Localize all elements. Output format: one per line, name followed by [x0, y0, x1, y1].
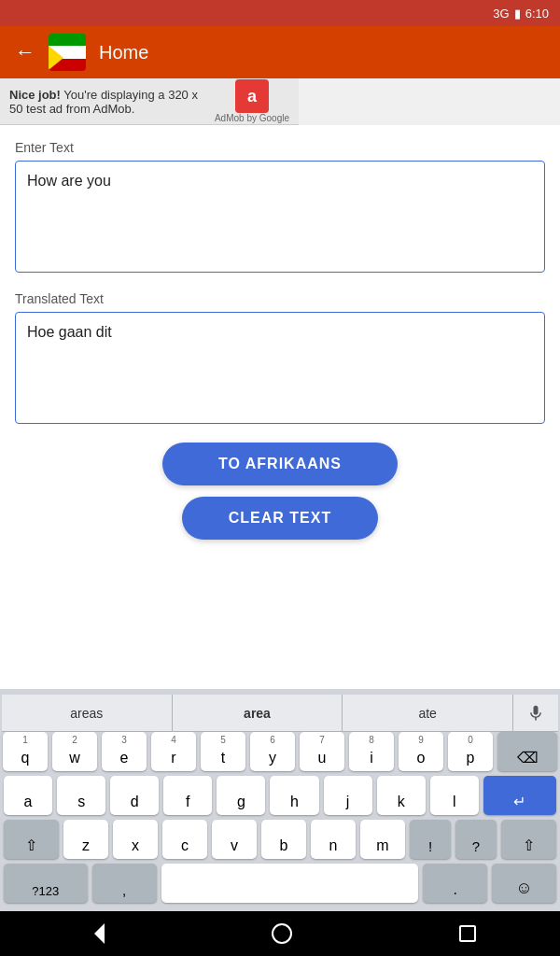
- ad-bold: Nice job!: [9, 88, 61, 102]
- key-e[interactable]: 3e: [102, 732, 147, 771]
- nav-bar: [0, 911, 560, 956]
- time-display: 6:10: [525, 7, 549, 21]
- keyboard-row-1: 1q 2w 3e 4r 5t 6y 7u 8i 9o 0p ⌫: [2, 732, 558, 771]
- key-q[interactable]: 1q: [3, 732, 48, 771]
- ad-logo: a: [235, 79, 269, 113]
- key-o[interactable]: 9o: [399, 732, 443, 771]
- suggest-areas[interactable]: areas: [2, 695, 173, 731]
- keyboard: areas area ate 1q 2w 3e 4r 5t 6y 7u 8i 9…: [0, 689, 560, 911]
- key-p[interactable]: 0p: [448, 732, 493, 771]
- key-m[interactable]: m: [360, 820, 405, 859]
- key-period[interactable]: .: [423, 864, 487, 903]
- translated-text-field[interactable]: [15, 312, 545, 424]
- key-l[interactable]: l: [430, 776, 479, 815]
- main-content: Enter Text Translated Text TO AFRIKAANS …: [0, 125, 560, 689]
- keyboard-row-2: a s d f g h j k l ↵: [2, 776, 558, 815]
- key-exclaim[interactable]: !: [410, 820, 451, 859]
- translate-button[interactable]: TO AFRIKAANS: [162, 443, 398, 485]
- ad-banner: Nice job! You're displaying a 320 x 50 t…: [0, 78, 299, 125]
- key-space[interactable]: [161, 864, 419, 903]
- app-logo: [49, 34, 86, 71]
- nav-back-button[interactable]: [84, 923, 105, 944]
- ad-logo-wrap: a AdMob by Google: [215, 79, 289, 123]
- nav-recent-button[interactable]: [459, 925, 476, 942]
- key-j[interactable]: j: [324, 776, 372, 815]
- key-r[interactable]: 4r: [151, 732, 196, 771]
- status-bar: 3G ▮ 6:10: [0, 0, 560, 26]
- key-k[interactable]: k: [377, 776, 426, 815]
- key-c[interactable]: c: [162, 820, 207, 859]
- ad-by-google: AdMob by Google: [215, 113, 289, 123]
- signal-indicator: 3G: [493, 7, 509, 21]
- key-num[interactable]: ?123: [4, 864, 88, 903]
- key-y[interactable]: 6y: [250, 732, 295, 771]
- keyboard-row-4: ?123 , . ☺: [2, 864, 558, 903]
- key-z[interactable]: z: [63, 820, 108, 859]
- clear-button[interactable]: CLEAR TEXT: [182, 497, 378, 540]
- key-a[interactable]: a: [4, 776, 52, 815]
- key-shift[interactable]: ⇧: [4, 820, 59, 859]
- input-text-field[interactable]: [15, 161, 545, 273]
- key-shift-right[interactable]: ⇧: [501, 820, 556, 859]
- enter-text-label: Enter Text: [15, 140, 545, 155]
- keyboard-row-3: ⇧ z x c v b n m ! ? ⇧: [2, 820, 558, 859]
- key-comma[interactable]: ,: [92, 864, 157, 903]
- key-x[interactable]: x: [113, 820, 158, 859]
- key-i[interactable]: 8i: [349, 732, 394, 771]
- ad-text: Nice job! You're displaying a 320 x 50 t…: [9, 88, 205, 116]
- key-g[interactable]: g: [217, 776, 265, 815]
- key-d[interactable]: d: [110, 776, 159, 815]
- app-bar: ← Home: [0, 26, 560, 78]
- key-h[interactable]: h: [270, 776, 318, 815]
- suggest-area[interactable]: area: [173, 695, 343, 731]
- key-w[interactable]: 2w: [52, 732, 97, 771]
- mic-button[interactable]: [513, 695, 558, 731]
- key-s[interactable]: s: [57, 776, 105, 815]
- key-emoji[interactable]: ☺: [492, 864, 556, 903]
- suggest-ate[interactable]: ate: [343, 695, 513, 731]
- key-question[interactable]: ?: [455, 820, 497, 859]
- status-icons: 3G ▮ 6:10: [493, 7, 549, 21]
- key-enter[interactable]: ↵: [483, 776, 556, 815]
- key-backspace[interactable]: ⌫: [497, 732, 557, 771]
- key-f[interactable]: f: [163, 776, 212, 815]
- battery-indicator: ▮: [514, 7, 521, 21]
- translated-text-label: Translated Text: [15, 291, 545, 306]
- nav-home-button[interactable]: [272, 923, 292, 944]
- key-n[interactable]: n: [311, 820, 356, 859]
- back-button[interactable]: ←: [15, 40, 35, 64]
- key-t[interactable]: 5t: [201, 732, 245, 771]
- app-title: Home: [99, 42, 148, 63]
- key-b[interactable]: b: [261, 820, 306, 859]
- key-u[interactable]: 7u: [300, 732, 344, 771]
- keyboard-suggestions: areas area ate: [2, 695, 558, 732]
- action-buttons: TO AFRIKAANS CLEAR TEXT: [15, 443, 545, 540]
- key-v[interactable]: v: [212, 820, 257, 859]
